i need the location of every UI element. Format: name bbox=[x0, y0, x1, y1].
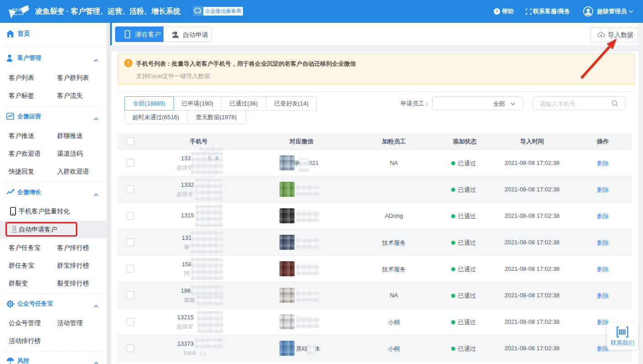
svg-text:凌鱼裂变: 凌鱼裂变 bbox=[11, 8, 26, 12]
svg-text:?: ? bbox=[495, 9, 498, 14]
svg-text:Lingyuana: Lingyuana bbox=[11, 13, 24, 16]
